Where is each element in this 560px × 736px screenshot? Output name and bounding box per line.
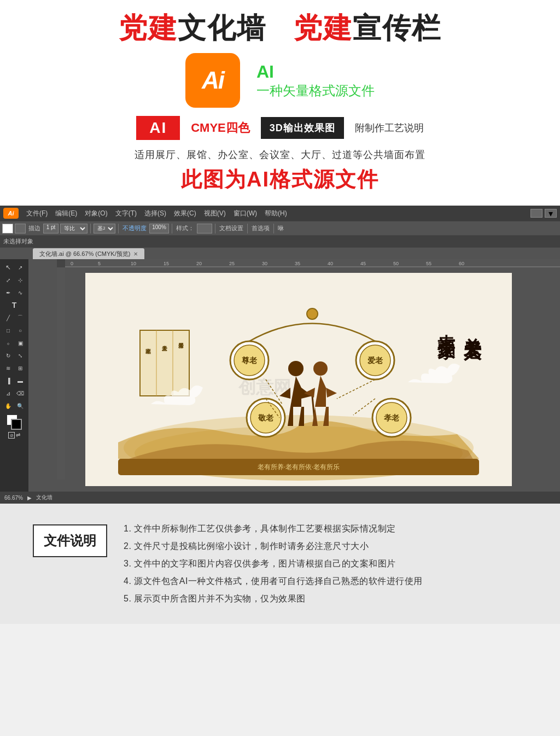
svg-text:孝老: 孝老 [383, 413, 400, 422]
menu-select[interactable]: 选择(S) [141, 208, 170, 219]
style-label: 样式： [175, 224, 195, 232]
bar-tools: ▐ ▬ [3, 375, 26, 387]
notes-row: 文件说明 1. 文件中所标制作工艺仅供参考，具体制作工艺要根据实际情况制定 2.… [33, 520, 527, 608]
column-chart-tool[interactable]: ▐ [3, 375, 14, 387]
select-tool[interactable]: ↖ [3, 261, 14, 273]
gradient-tool[interactable]: ▣ [15, 337, 26, 349]
arc-tool[interactable]: ⌒ [15, 312, 26, 324]
ai-app-icon: Ai [3, 208, 19, 219]
menu-window[interactable]: 窗口(W) [230, 208, 260, 219]
rotate-tool[interactable]: ↻ [3, 349, 14, 361]
extra-btn[interactable]: 咻 [277, 224, 285, 232]
none-icon[interactable]: ⊘ [8, 432, 15, 439]
ellipse-tool[interactable]: ○ [15, 324, 26, 336]
tab-close-icon[interactable]: ✕ [133, 251, 138, 257]
paint-tools: ⬦ ▣ [3, 337, 26, 349]
badge-cmyk: CMYE四色 [191, 120, 250, 136]
slice-tool[interactable]: ⊿ [3, 387, 14, 399]
svg-text:55: 55 [426, 261, 431, 266]
doc-tab[interactable]: 文化墙.ai @ 66.67% (CMYK/预览) ✕ [33, 248, 144, 259]
bottom-section: 文件说明 1. 文件中所标制作工艺仅供参考，具体制作工艺要根据实际情况制定 2.… [0, 504, 560, 624]
opacity-input[interactable]: 100% [149, 224, 169, 233]
doc-btn[interactable] [530, 209, 542, 218]
paintbucket-tool[interactable]: ⬦ [3, 337, 14, 349]
ai-logo: Ai [185, 53, 240, 108]
direct-select-tool[interactable]: ↗ [15, 261, 26, 273]
stroke-width-input[interactable]: 1 pt [43, 224, 59, 233]
ratio-select[interactable]: 等比 [60, 224, 88, 233]
menu-help[interactable]: 帮助(H) [261, 208, 290, 219]
note-item-3: 3. 文件中的文字和图片内容仅供参考，图片请根据自己的文案和图片 [124, 555, 527, 573]
panel-btn[interactable]: ▾ [545, 209, 557, 218]
note-item-2: 2. 文件尺寸是投稿比例缩小设计，制作时请务必注意尺寸大小 [124, 538, 527, 555]
shape-tools: □ ○ [3, 324, 26, 336]
line-tools: ╱ ⌒ [3, 312, 26, 324]
opacity-label: 不透明度 [121, 224, 148, 232]
pen-tool[interactable]: ✒ [3, 287, 14, 299]
svg-point-42 [313, 361, 328, 376]
swap-icon[interactable]: ⇌ [16, 432, 20, 439]
svg-point-39 [307, 308, 318, 319]
prefs-btn[interactable]: 首选项 [250, 224, 271, 232]
stroke-label: 描边 [27, 224, 42, 232]
svg-text:35: 35 [295, 261, 300, 266]
draw-tools: ✒ ∿ [3, 287, 26, 299]
svg-text:45: 45 [360, 261, 366, 266]
zoom-tools: ✋ 🔍 [3, 400, 26, 412]
stroke-color-select[interactable] [2, 224, 13, 233]
svg-text:50: 50 [393, 261, 399, 266]
menu-object[interactable]: 对象(O) [81, 208, 110, 219]
rect-tool[interactable]: □ [3, 324, 14, 336]
ai-text-block: AI 一种矢量格式源文件 [256, 62, 375, 100]
status-bar: 66.67% ▶ 文化墙 [0, 492, 560, 504]
badges-row: AI CMYE四色 3D输出效果图 附制作工艺说明 [22, 116, 538, 140]
mode-select[interactable]: 基本 [94, 224, 115, 233]
svg-text:40: 40 [328, 261, 333, 266]
notes-list: 1. 文件中所标制作工艺仅供参考，具体制作工艺要根据实际情况制定 2. 文件尺寸… [124, 520, 527, 608]
toolbar-row1: 描边 1 pt 等比 基本 不透明度 100% 样式： 文档设置 首选项 咻 [0, 221, 560, 235]
type-tool[interactable]: T [2, 299, 26, 311]
artboard-info: 文化墙 [36, 494, 52, 501]
stroke-box[interactable] [11, 419, 22, 430]
canvas-area: ↖ ↗ ⤢ ⊹ ✒ ∿ [0, 259, 560, 492]
source-file-title: 此图为AI格式源文件 [22, 166, 538, 194]
menu-effect[interactable]: 效果(C) [171, 208, 200, 219]
hand-tool[interactable]: ✋ [3, 400, 14, 412]
zoom-tool[interactable]: 🔍 [15, 400, 26, 412]
perspective-tool[interactable]: ⊹ [15, 274, 26, 286]
scale-tool[interactable]: ⤡ [15, 349, 26, 361]
svg-text:5: 5 [98, 261, 101, 266]
canvas-content: 0 5 10 15 20 25 30 35 40 45 50 55 60 [28, 259, 560, 492]
line-tool[interactable]: ╱ [3, 312, 14, 324]
edit-tools: ↻ ⤡ [3, 349, 26, 361]
eraser-tool[interactable]: ⌫ [15, 387, 26, 399]
title-dangjian1: 党建 [119, 12, 178, 44]
note-item-4: 4. 源文件包含AI一种文件格式，使用者可自行选择自己熟悉的软件进行使用 [124, 573, 527, 590]
title-wenhua: 文化墙 [178, 12, 266, 44]
svg-text:60: 60 [459, 261, 464, 266]
doc-settings-btn[interactable]: 文档设置 [218, 224, 244, 232]
ruler-corner [57, 259, 65, 267]
badge-ai: AI [136, 116, 180, 140]
mesh-tool[interactable]: ⊞ [15, 362, 26, 374]
note-item-1: 1. 文件中所标制作工艺仅供参考，具体制作工艺要根据实际情况制定 [124, 520, 527, 538]
tab-label: 文化墙.ai @ 66.67% (CMYK/预览) [39, 250, 130, 258]
stroke-type-select[interactable] [15, 224, 26, 233]
svg-text:15: 15 [164, 261, 169, 266]
bar-chart-tool[interactable]: ▬ [15, 375, 26, 387]
menu-view[interactable]: 视图(V) [201, 208, 229, 219]
badge-note: 附制作工艺说明 [355, 121, 424, 135]
main-title: 党建文化墙 党建宣传栏 [22, 11, 538, 45]
blend-tool[interactable]: ≋ [3, 362, 14, 374]
svg-point-40 [288, 361, 304, 376]
badge-3d: 3D输出效果图 [261, 117, 344, 139]
curve-tool[interactable]: ∿ [15, 287, 26, 299]
menu-edit[interactable]: 编辑(E) [52, 208, 80, 219]
menu-file[interactable]: 文件(F) [23, 208, 51, 219]
style-input[interactable] [197, 224, 212, 233]
warp-tool[interactable]: ⤢ [3, 274, 14, 286]
svg-text:老有所养·老有所依·老有所乐: 老有所养·老有所依·老有所乐 [258, 463, 340, 471]
title-dangjian2: 党建 [294, 12, 353, 44]
usage-text: 适用展厅、展馆、办公室、会议室、大厅、过道等公共墙面布置 [22, 148, 538, 161]
menu-text[interactable]: 文字(T) [112, 208, 140, 219]
